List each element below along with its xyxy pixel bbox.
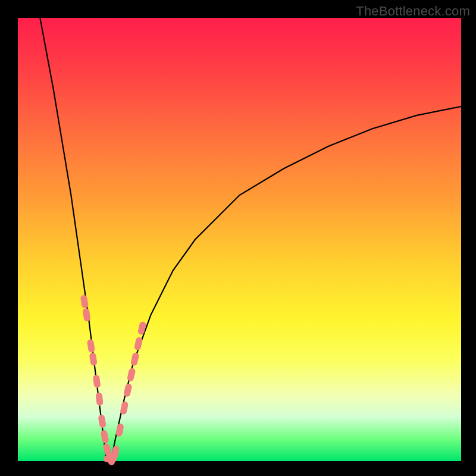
data-marker (134, 337, 143, 351)
data-marker (95, 392, 104, 406)
data-marker (111, 445, 120, 459)
data-marker (89, 352, 98, 366)
data-marker (87, 339, 95, 353)
plot-area (18, 18, 461, 461)
data-marker (127, 368, 136, 382)
data-marker (130, 352, 140, 367)
chart-frame: TheBottleneck.com (0, 0, 476, 476)
data-marker (93, 374, 101, 388)
data-marker (137, 321, 147, 336)
bottleneck-curve-path (40, 18, 461, 461)
watermark-text: TheBottleneck.com (356, 4, 470, 19)
data-marker (83, 308, 91, 321)
data-marker (115, 423, 124, 437)
data-marker (100, 430, 109, 444)
curve-svg (18, 18, 461, 461)
data-marker (98, 414, 107, 428)
data-marker (80, 295, 89, 309)
bottleneck-curve (40, 18, 461, 461)
marker-group (80, 295, 147, 466)
data-marker (123, 383, 133, 397)
data-marker (120, 401, 129, 415)
